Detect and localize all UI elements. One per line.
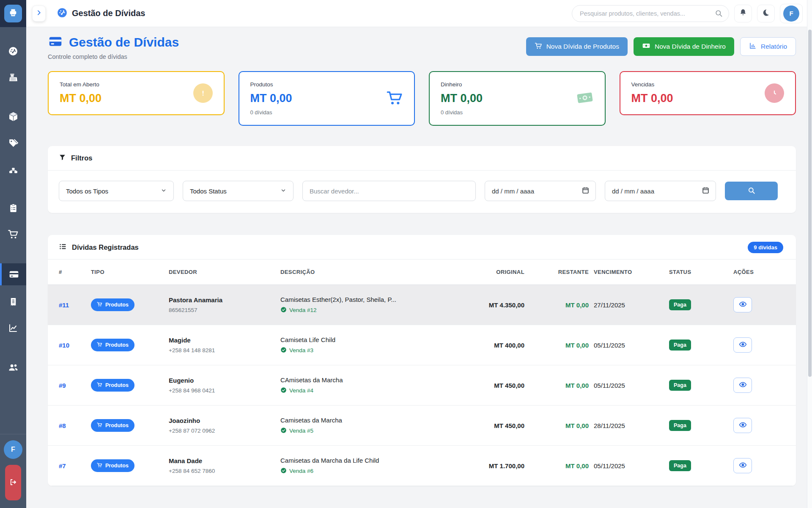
sidebar-item-tags[interactable] xyxy=(0,133,26,152)
cart-icon xyxy=(97,301,102,308)
report-button[interactable]: Relatório xyxy=(740,37,796,56)
eye-icon xyxy=(739,381,747,390)
cart-icon xyxy=(97,422,102,429)
table-title: Dívidas Registradas xyxy=(72,243,139,251)
cart-icon xyxy=(535,42,542,51)
sale-link[interactable]: Venda #12 xyxy=(280,306,317,314)
check-circle-icon xyxy=(280,306,287,314)
status-badge: Paga xyxy=(669,460,691,471)
new-product-debt-button[interactable]: Nova Dívida de Produtos xyxy=(526,37,628,56)
topbar-avatar: F xyxy=(783,6,799,22)
view-debt-button[interactable] xyxy=(733,378,752,393)
stat-label: Dinheiro xyxy=(441,81,483,88)
table-row: #8 Produtos Joaozinho+258 87 072 0962 Ca… xyxy=(48,406,796,446)
view-debt-button[interactable] xyxy=(733,297,752,312)
sidebar-item-orders[interactable] xyxy=(0,198,26,218)
sale-link[interactable]: Venda #3 xyxy=(280,347,313,354)
user-menu-button[interactable]: F xyxy=(780,4,803,23)
sale-link[interactable]: Venda #4 xyxy=(280,387,313,395)
remaining-amount: MT 0,00 xyxy=(565,342,589,349)
debtor-contact: 865621557 xyxy=(169,307,275,313)
date-from-input[interactable]: dd / mm / aaaa xyxy=(485,181,596,201)
calendar-icon[interactable] xyxy=(582,186,590,196)
sale-link[interactable]: Venda #6 xyxy=(280,467,313,475)
date-to-input[interactable]: dd / mm / aaaa xyxy=(605,181,716,201)
sidebar-item-reports[interactable] xyxy=(0,318,26,338)
clock-icon xyxy=(765,83,784,103)
check-circle-icon xyxy=(280,347,287,354)
table-row: #10 Produtos Magide+258 84 148 8281 Cami… xyxy=(48,325,796,365)
debt-id-link[interactable]: #10 xyxy=(59,342,69,349)
type-filter-select[interactable]: Todos os Tipos xyxy=(59,181,174,201)
check-circle-icon xyxy=(280,387,287,395)
column-header: DEVEDOR xyxy=(169,260,275,284)
sitemap-icon xyxy=(8,164,19,174)
due-date: 05/11/2025 xyxy=(594,335,664,356)
remaining-amount: MT 0,00 xyxy=(565,382,589,389)
debtor-name: Magide xyxy=(169,337,275,344)
cart-icon xyxy=(8,229,19,240)
debt-id-link[interactable]: #7 xyxy=(59,462,66,469)
search-icon[interactable] xyxy=(715,9,723,19)
banknote-icon xyxy=(576,89,594,108)
notifications-button[interactable] xyxy=(734,5,752,22)
view-debt-button[interactable] xyxy=(733,337,752,353)
sidebar-item-products[interactable] xyxy=(0,107,26,126)
sidebar-item-dashboard[interactable] xyxy=(0,41,26,61)
column-header: ORIGINAL xyxy=(475,260,524,284)
sidebar-avatar[interactable]: F xyxy=(4,440,22,459)
stat-value: MT 0,00 xyxy=(441,92,483,105)
exclamation-icon xyxy=(193,83,213,103)
status-badge: Paga xyxy=(669,420,691,431)
debts-table-panel: Dívidas Registradas 9 dívidas # TIPO DEV… xyxy=(48,235,796,486)
debtor-name: Eugenio xyxy=(169,377,275,384)
sidebar-nav xyxy=(0,27,26,434)
logout-button[interactable] xyxy=(5,465,21,500)
debt-description: Camisetas Esther(2x), Pastor, Sheila, P.… xyxy=(280,296,469,303)
sidebar-item-sales[interactable] xyxy=(0,224,26,244)
sale-link[interactable]: Venda #5 xyxy=(280,427,313,435)
debtor-contact: +258 87 072 0962 xyxy=(169,428,275,434)
page-scrollbar xyxy=(807,0,812,508)
app-logo-button[interactable] xyxy=(4,5,22,22)
calendar-icon[interactable] xyxy=(702,186,710,196)
view-debt-button[interactable] xyxy=(733,458,752,473)
global-search-input[interactable] xyxy=(572,5,729,22)
debt-id-link[interactable]: #8 xyxy=(59,422,66,429)
page-header: Gestão de Dívidas Controle completo de d… xyxy=(48,34,796,60)
topbar: Gestão de Dívidas F xyxy=(26,0,812,27)
apply-filters-button[interactable] xyxy=(725,182,778,200)
view-debt-button[interactable] xyxy=(733,418,752,433)
type-badge: Produtos xyxy=(91,379,134,392)
type-badge: Produtos xyxy=(91,419,134,432)
bell-icon xyxy=(739,8,747,18)
due-date: 05/11/2025 xyxy=(594,456,664,476)
sidebar-item-debts-active[interactable] xyxy=(0,263,26,285)
topbar-title: Gestão de Dívidas xyxy=(72,8,145,18)
dark-mode-button[interactable] xyxy=(757,5,775,22)
status-badge: Paga xyxy=(669,380,691,391)
funnel-icon xyxy=(59,154,66,163)
remaining-amount: MT 0,00 xyxy=(565,462,589,469)
new-money-debt-button[interactable]: Nova Dívida de Dinheiro xyxy=(634,37,734,56)
sidebar-item-receipts[interactable] xyxy=(0,292,26,312)
column-header: AÇÕES xyxy=(733,260,784,284)
debtor-search-input[interactable] xyxy=(302,181,476,201)
stat-card-products: Produtos MT 0,00 0 dívidas xyxy=(239,71,415,126)
debt-id-link[interactable]: #11 xyxy=(59,301,69,309)
debt-id-link[interactable]: #9 xyxy=(59,382,66,389)
table-row: #7 Produtos Mana Dade+258 84 652 7860 Ca… xyxy=(48,446,796,486)
debt-description: CAmisetas da Marcha xyxy=(280,376,469,384)
filters-panel: Filtros Todos os Tipos Todos Status dd /… xyxy=(48,146,796,213)
sidebar-item-customers[interactable] xyxy=(0,357,26,377)
printer-icon xyxy=(8,8,18,19)
sidebar-item-pos[interactable] xyxy=(0,68,26,87)
original-amount: MT 400,00 xyxy=(494,342,524,349)
tag-icon xyxy=(8,138,19,148)
sidebar-expand-button[interactable] xyxy=(32,6,46,22)
eye-icon xyxy=(739,421,747,430)
status-filter-select[interactable]: Todos Status xyxy=(183,181,294,201)
scrollbar-thumb[interactable] xyxy=(808,30,812,377)
cart-icon xyxy=(97,342,102,348)
sidebar-item-categories[interactable] xyxy=(0,159,26,179)
